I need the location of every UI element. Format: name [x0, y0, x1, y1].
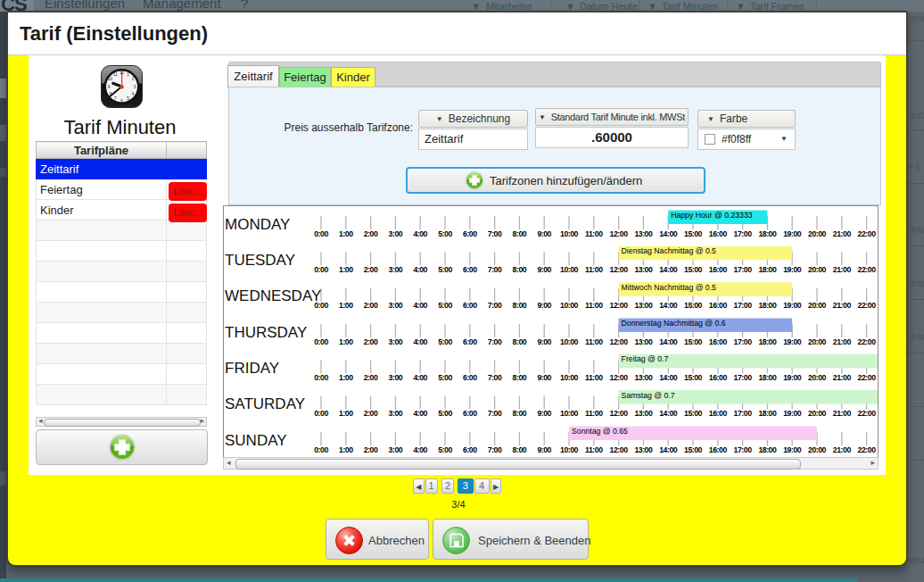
svg-text:9:00: 9:00 — [537, 445, 551, 454]
svg-text:Dienstag Nachmittag @ 0.5: Dienstag Nachmittag @ 0.5 — [622, 246, 717, 255]
svg-text:15:00: 15:00 — [684, 337, 703, 346]
svg-text:18:00: 18:00 — [758, 265, 777, 274]
svg-text:18:00: 18:00 — [758, 409, 777, 418]
svg-text:6:00: 6:00 — [463, 265, 477, 274]
svg-text:12:00: 12:00 — [610, 265, 629, 274]
svg-text:12:00: 12:00 — [610, 229, 629, 238]
svg-text:15:00: 15:00 — [684, 301, 703, 310]
svg-text:13:00: 13:00 — [634, 337, 653, 346]
svg-text:0:00: 0:00 — [314, 229, 328, 238]
svg-text:13:00: 13:00 — [634, 373, 653, 382]
svg-text:9:00: 9:00 — [537, 301, 551, 310]
svg-text:7:00: 7:00 — [488, 373, 502, 382]
svg-text:2:00: 2:00 — [364, 409, 378, 418]
svg-text:11:00: 11:00 — [585, 373, 603, 382]
svg-text:4:00: 4:00 — [413, 337, 427, 346]
svg-text:19:00: 19:00 — [783, 373, 802, 382]
svg-text:22:00: 22:00 — [858, 229, 877, 238]
svg-text:Freitag @ 0.7: Freitag @ 0.7 — [622, 354, 669, 363]
svg-text:2:00: 2:00 — [364, 229, 378, 238]
svg-text:18:00: 18:00 — [758, 337, 777, 346]
svg-text:5: 5 — [127, 96, 129, 101]
svg-text:8:00: 8:00 — [513, 409, 527, 418]
svg-text:THURSDAY: THURSDAY — [225, 324, 307, 341]
svg-text:17:00: 17:00 — [734, 265, 753, 274]
svg-text:17:00: 17:00 — [734, 409, 753, 418]
svg-text:20:00: 20:00 — [808, 229, 827, 238]
svg-text:1:00: 1:00 — [339, 337, 353, 346]
svg-text:6:00: 6:00 — [463, 445, 477, 454]
svg-text:14:00: 14:00 — [659, 229, 678, 238]
svg-text:14:00: 14:00 — [659, 409, 678, 418]
svg-text:12:00: 12:00 — [610, 409, 629, 418]
svg-text:8:00: 8:00 — [513, 301, 527, 310]
svg-text:5:00: 5:00 — [438, 373, 452, 382]
svg-text:22:00: 22:00 — [858, 301, 877, 310]
svg-text:12:00: 12:00 — [610, 337, 629, 346]
svg-text:0:00: 0:00 — [314, 337, 328, 346]
svg-text:6: 6 — [120, 99, 123, 104]
svg-text:15:00: 15:00 — [684, 229, 703, 238]
svg-text:Mittwoch Nachmittag @ 0.5: Mittwoch Nachmittag @ 0.5 — [622, 283, 717, 292]
svg-text:13:00: 13:00 — [634, 409, 653, 418]
svg-text:19:00: 19:00 — [783, 337, 802, 346]
svg-text:16:00: 16:00 — [709, 301, 728, 310]
svg-text:19:00: 19:00 — [783, 265, 802, 274]
svg-text:FRIDAY: FRIDAY — [225, 360, 279, 377]
svg-text:13:00: 13:00 — [634, 445, 653, 454]
svg-text:10:00: 10:00 — [560, 373, 579, 382]
svg-text:Donnerstag Nachmittag @ 0.6: Donnerstag Nachmittag @ 0.6 — [622, 319, 726, 328]
svg-text:WEDNESDAY: WEDNESDAY — [225, 287, 321, 304]
svg-text:Samstag @ 0.7: Samstag @ 0.7 — [622, 391, 675, 400]
svg-text:1:00: 1:00 — [339, 445, 353, 454]
svg-text:20:00: 20:00 — [808, 337, 827, 346]
svg-text:17:00: 17:00 — [734, 373, 753, 382]
svg-text:10:00: 10:00 — [560, 409, 579, 418]
svg-text:2:00: 2:00 — [364, 301, 378, 310]
svg-text:13:00: 13:00 — [634, 229, 653, 238]
svg-text:9:00: 9:00 — [537, 373, 551, 382]
svg-text:22:00: 22:00 — [858, 373, 877, 382]
svg-text:11:00: 11:00 — [585, 229, 603, 238]
svg-text:16:00: 16:00 — [709, 337, 728, 346]
svg-text:16:00: 16:00 — [709, 373, 728, 382]
svg-text:19:00: 19:00 — [783, 301, 802, 310]
svg-text:11:00: 11:00 — [585, 337, 603, 346]
svg-text:3:00: 3:00 — [389, 373, 403, 382]
svg-text:3:00: 3:00 — [389, 301, 403, 310]
svg-text:16:00: 16:00 — [709, 445, 728, 454]
svg-text:7:00: 7:00 — [488, 337, 502, 346]
svg-text:19:00: 19:00 — [783, 229, 802, 238]
svg-text:14:00: 14:00 — [659, 265, 678, 274]
svg-text:1:00: 1:00 — [339, 409, 353, 418]
svg-text:6:00: 6:00 — [463, 229, 477, 238]
svg-text:3:00: 3:00 — [389, 265, 403, 274]
svg-text:4: 4 — [132, 92, 135, 96]
svg-text:14:00: 14:00 — [659, 373, 678, 382]
svg-text:0:00: 0:00 — [314, 445, 328, 454]
svg-text:2:00: 2:00 — [364, 265, 378, 274]
svg-text:10:00: 10:00 — [560, 301, 579, 310]
svg-text:8:00: 8:00 — [513, 229, 527, 238]
svg-text:11:00: 11:00 — [585, 265, 603, 274]
svg-text:20:00: 20:00 — [808, 409, 827, 418]
svg-text:15:00: 15:00 — [684, 265, 703, 274]
svg-text:7:00: 7:00 — [488, 409, 502, 418]
svg-text:20:00: 20:00 — [808, 373, 827, 382]
svg-text:4:00: 4:00 — [413, 373, 427, 382]
svg-text:21:00: 21:00 — [833, 229, 852, 238]
svg-text:8:00: 8:00 — [513, 445, 527, 454]
svg-text:12:00: 12:00 — [610, 445, 629, 454]
svg-text:5:00: 5:00 — [438, 265, 452, 274]
svg-text:17:00: 17:00 — [734, 337, 753, 346]
svg-text:21:00: 21:00 — [833, 373, 852, 382]
svg-text:9: 9 — [108, 85, 111, 89]
svg-text:6:00: 6:00 — [463, 301, 477, 310]
svg-text:4:00: 4:00 — [413, 265, 427, 274]
svg-text:17:00: 17:00 — [734, 445, 753, 454]
svg-text:16:00: 16:00 — [709, 265, 728, 274]
svg-text:18:00: 18:00 — [758, 445, 777, 454]
svg-text:7: 7 — [114, 96, 117, 101]
svg-text:9:00: 9:00 — [537, 229, 551, 238]
svg-text:0:00: 0:00 — [314, 409, 328, 418]
